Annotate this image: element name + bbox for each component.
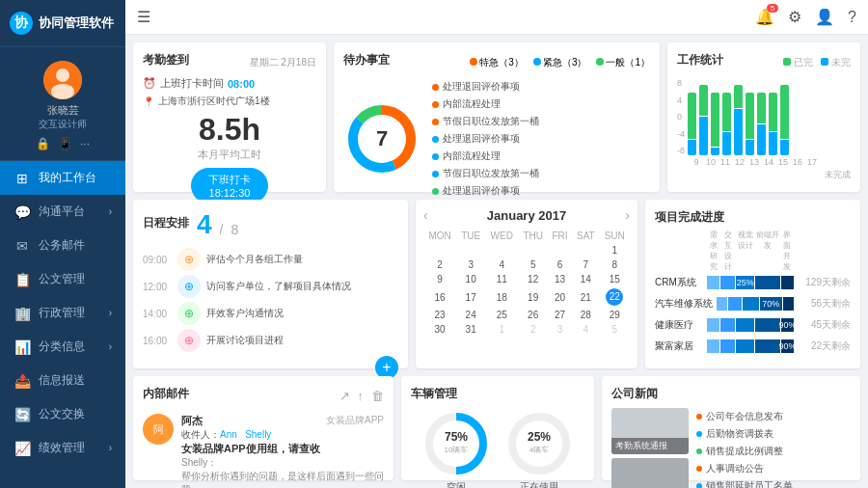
list-item: 09:00 ⊕ 评估今个月各组工作量 (143, 248, 398, 271)
calendar-day[interactable] (485, 243, 518, 258)
calendar-day[interactable] (423, 243, 456, 258)
calendar-day[interactable]: 27 (548, 308, 572, 322)
calendar-prev-button[interactable]: ‹ (423, 207, 428, 223)
weekday: THU (518, 229, 548, 243)
calendar-day[interactable]: 30 (423, 322, 456, 337)
calendar-day[interactable]: 11 (485, 272, 518, 286)
schedule-text: 开展讨论项目进程 (206, 334, 284, 347)
sidebar-item-report[interactable]: 📤 信息报送 (0, 364, 125, 397)
sidebar-item-docs[interactable]: 📋 公文管理 (0, 262, 125, 296)
help-icon[interactable]: ? (848, 9, 856, 26)
schedule-title: 日程安排 (143, 215, 189, 231)
calendar-day[interactable]: 2 (423, 258, 456, 272)
calendar-day[interactable]: 3 (456, 258, 485, 272)
chevron-right-icon: › (109, 308, 112, 318)
punch-button[interactable]: 下班打卡 18:12:30 (191, 168, 268, 203)
calendar-day[interactable]: 17 (456, 286, 485, 308)
lock-icon[interactable]: 🔒 (36, 137, 50, 150)
calendar-day[interactable]: 26 (518, 308, 548, 322)
calendar-day[interactable]: 4 (572, 322, 599, 337)
project-row: 聚富家居 90% 22天剩余 (655, 339, 851, 353)
calendar-day[interactable] (518, 243, 548, 258)
calendar-day[interactable]: 18 (485, 286, 518, 308)
share-icon[interactable]: ↗ (339, 389, 350, 403)
calendar-day[interactable]: 1 (600, 243, 630, 258)
calendar-day[interactable]: 9 (423, 272, 456, 286)
calendar-day[interactable]: 4 (485, 258, 518, 272)
news-dot (696, 483, 702, 488)
bar-group (757, 93, 766, 155)
calendar-week: 16 17 18 19 20 21 22 (423, 286, 630, 308)
checkin-label: 上班打卡时间 (160, 76, 224, 91)
calendar-day[interactable]: 23 (423, 308, 456, 322)
project-name: CRM系统 (655, 276, 703, 289)
gauge-chart: 75% 10辆车 (422, 410, 490, 477)
schedule-today: 4 (197, 209, 212, 240)
calendar-day[interactable]: 12 (518, 272, 548, 286)
calendar-day[interactable]: 1 (485, 322, 518, 337)
calendar-day[interactable]: 15 (600, 272, 630, 286)
upload-icon[interactable]: ↑ (358, 389, 365, 403)
sidebar: 协 协同管理软件 张晓芸 交互设计师 🔒 📱 ··· ⊞ 我的工作台 💬 沟通平… (0, 0, 125, 488)
notification-icon[interactable]: 🔔5 (755, 8, 774, 26)
calendar-day[interactable] (572, 243, 599, 258)
calendar-day[interactable]: 5 (600, 322, 630, 337)
calendar-day[interactable]: 19 (518, 286, 548, 308)
vehicle-label: 空闲 (422, 480, 490, 488)
project-title: 项目完成进度 (655, 210, 724, 224)
project-bar: 25% (707, 276, 794, 289)
calendar-day[interactable]: 22 (600, 286, 630, 308)
list-item: 内部流程处理 (432, 95, 650, 113)
calendar-day[interactable]: 14 (572, 272, 599, 286)
sidebar-item-admin[interactable]: 🏢 行政管理 › (0, 296, 125, 330)
more-icon[interactable]: ··· (80, 137, 90, 150)
calendar-day[interactable]: 16 (423, 286, 456, 308)
hamburger-icon[interactable]: ☰ (137, 8, 150, 26)
trash-icon[interactable]: 🗑 (371, 389, 384, 403)
project-bar: 70% (717, 297, 794, 311)
calendar-day[interactable]: 5 (518, 258, 548, 272)
schedule-dot: ⊕ (177, 329, 201, 352)
sidebar-item-workbench[interactable]: ⊞ 我的工作台 (0, 161, 125, 195)
calendar-day[interactable] (456, 243, 485, 258)
mail-avatar: 阿 (143, 414, 174, 445)
today-highlight[interactable]: 22 (606, 288, 623, 306)
calendar-next-button[interactable]: › (625, 207, 630, 223)
calendar-day[interactable]: 24 (456, 308, 485, 322)
vehicle-card: 车辆管理 75% 10辆车 空闲 (401, 376, 594, 480)
sidebar-item-exchange[interactable]: 🔄 公文交换 (0, 397, 125, 431)
calendar-day[interactable]: 8 (600, 258, 630, 272)
pct-label: 90% (779, 320, 797, 330)
settings-icon[interactable]: ⚙ (788, 8, 801, 26)
stage-bar (720, 318, 735, 332)
calendar-day[interactable]: 28 (572, 308, 599, 322)
calendar-day[interactable]: 3 (548, 322, 572, 337)
vehicle-title: 车辆管理 (411, 387, 457, 400)
project-bar: 90% (707, 318, 794, 332)
calendar-day[interactable]: 10 (456, 272, 485, 286)
calendar-day[interactable]: 13 (548, 272, 572, 286)
calendar-day[interactable]: 6 (548, 258, 572, 272)
project-days: 56天剩余 (798, 297, 851, 311)
calendar-day[interactable]: 29 (600, 308, 630, 322)
done-bar (769, 93, 777, 131)
vehicle-stats: 75% 10辆车 空闲 25% 4辆车 正在使用 (411, 410, 584, 488)
done-bar (746, 93, 754, 139)
user-role: 交互设计师 (39, 118, 87, 131)
user-icon[interactable]: 👤 (815, 8, 834, 26)
sidebar-item-mail[interactable]: ✉ 公务邮件 (0, 229, 125, 262)
calendar-day[interactable]: 21 (572, 286, 599, 308)
calendar-day[interactable]: 2 (518, 322, 548, 337)
calendar-day[interactable]: 31 (456, 322, 485, 337)
calendar-day[interactable] (548, 243, 572, 258)
calendar-day[interactable]: 20 (548, 286, 572, 308)
sidebar-item-performance[interactable]: 📈 绩效管理 › (0, 431, 125, 465)
calendar-day[interactable]: 7 (572, 258, 599, 272)
calendar-day[interactable]: 25 (485, 308, 518, 322)
sidebar-item-communication[interactable]: 💬 沟通平台 › (0, 195, 125, 229)
sidebar-item-category[interactable]: 📊 分类信息 › (0, 330, 125, 364)
mail-preview: Shelly：帮你分析你遇到的问题，是这样后面遇到一些问题...1. 首先并他认… (181, 456, 384, 488)
sidebar-item-label: 沟通平台 (39, 203, 109, 220)
docs-icon: 📋 (14, 272, 31, 287)
phone-icon[interactable]: 📱 (58, 137, 72, 150)
